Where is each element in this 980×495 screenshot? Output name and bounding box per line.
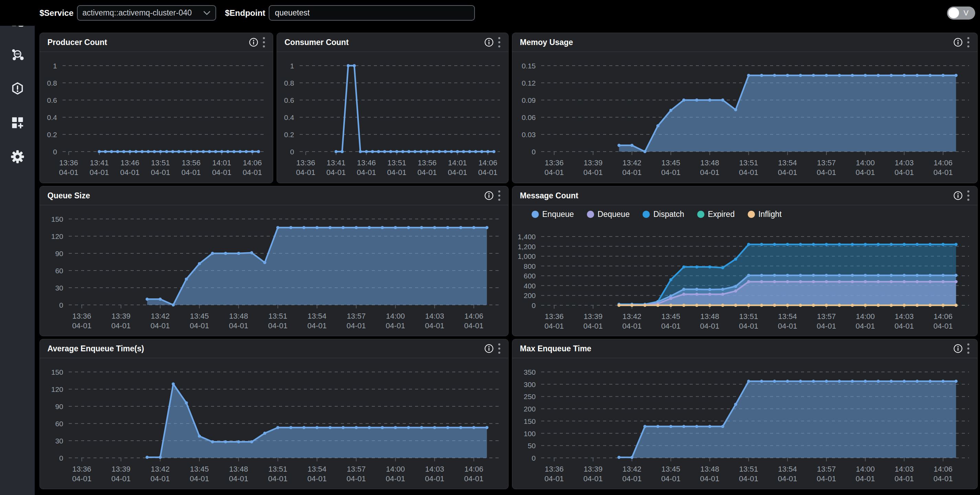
kebab-menu-icon bbox=[967, 190, 970, 201]
svg-text:13:57: 13:57 bbox=[347, 312, 366, 320]
svg-text:13:36: 13:36 bbox=[545, 159, 563, 167]
svg-text:13:42: 13:42 bbox=[151, 465, 170, 473]
svg-text:0: 0 bbox=[531, 301, 536, 309]
svg-text:13:57: 13:57 bbox=[817, 312, 836, 321]
svg-text:200: 200 bbox=[524, 405, 536, 413]
panel-header: Max Enqueue Time bbox=[512, 339, 977, 358]
alert-icon bbox=[10, 81, 25, 96]
info-button[interactable] bbox=[951, 36, 965, 48]
chart-canvas: 00.030.060.090.120.1513:3604-0113:3904-0… bbox=[512, 52, 977, 183]
svg-text:04-01: 04-01 bbox=[464, 474, 484, 483]
svg-text:14:06: 14:06 bbox=[934, 312, 953, 321]
panel-menu-button[interactable] bbox=[496, 35, 503, 49]
panel-title: Queue Size bbox=[48, 191, 482, 201]
panel-average-enqueue-time: Average Enqueue Time(s) 030609012015013:… bbox=[40, 339, 509, 489]
svg-text:13:48: 13:48 bbox=[700, 159, 719, 167]
info-button[interactable] bbox=[951, 342, 965, 355]
sidebar bbox=[0, 3, 35, 495]
panel-title: Consumer Count bbox=[285, 38, 482, 47]
svg-text:04-01: 04-01 bbox=[151, 474, 170, 483]
svg-text:0.4: 0.4 bbox=[47, 113, 57, 121]
info-icon bbox=[953, 191, 963, 201]
svg-text:04-01: 04-01 bbox=[425, 322, 444, 330]
panel-menu-button[interactable] bbox=[496, 188, 503, 203]
svg-text:04-01: 04-01 bbox=[584, 322, 603, 330]
svg-text:04-01: 04-01 bbox=[243, 168, 262, 177]
svg-text:90: 90 bbox=[55, 403, 63, 411]
svg-text:14:03: 14:03 bbox=[895, 312, 914, 321]
svg-text:04-01: 04-01 bbox=[425, 474, 444, 483]
legend-item-dequeue[interactable]: Dequeue bbox=[587, 210, 630, 219]
svg-text:150: 150 bbox=[524, 417, 536, 425]
svg-text:0.6: 0.6 bbox=[284, 96, 294, 104]
svg-text:1,200: 1,200 bbox=[517, 243, 536, 251]
svg-text:13:51: 13:51 bbox=[739, 465, 758, 473]
svg-text:13:45: 13:45 bbox=[662, 312, 680, 321]
panel-menu-button[interactable] bbox=[965, 35, 972, 49]
svg-text:13:42: 13:42 bbox=[623, 159, 641, 167]
svg-text:04-01: 04-01 bbox=[817, 322, 836, 330]
topology-icon bbox=[10, 48, 25, 62]
sidebar-item-topology[interactable] bbox=[10, 47, 25, 62]
sidebar-item-add-panel[interactable] bbox=[10, 115, 25, 130]
svg-text:04-01: 04-01 bbox=[700, 322, 719, 330]
endpoint-variable-label: $Endpoint bbox=[225, 8, 265, 18]
svg-text:13:39: 13:39 bbox=[112, 465, 130, 473]
svg-text:13:42: 13:42 bbox=[623, 465, 641, 473]
svg-text:60: 60 bbox=[55, 267, 63, 275]
info-icon bbox=[249, 37, 258, 47]
svg-text:0: 0 bbox=[290, 148, 294, 156]
legend-item-enqueue[interactable]: Enqueue bbox=[531, 210, 574, 219]
info-button[interactable] bbox=[482, 36, 496, 48]
svg-text:04-01: 04-01 bbox=[326, 168, 346, 177]
info-button[interactable] bbox=[951, 189, 965, 202]
dashboard-grid: Producer Count 00.20.40.60.8113:3604-011… bbox=[35, 26, 980, 489]
svg-text:14:01: 14:01 bbox=[212, 159, 231, 167]
svg-text:13:51: 13:51 bbox=[268, 312, 287, 320]
legend-dot-icon bbox=[697, 211, 705, 218]
panel-max-enqueue-time: Max Enqueue Time 05010015020025030035013… bbox=[512, 339, 978, 489]
svg-text:0.2: 0.2 bbox=[47, 131, 57, 138]
svg-text:14:00: 14:00 bbox=[386, 465, 405, 473]
panel-menu-button[interactable] bbox=[261, 35, 267, 49]
svg-text:04-01: 04-01 bbox=[347, 474, 366, 483]
panel-menu-button[interactable] bbox=[965, 188, 972, 203]
chart-canvas: 02004006008001,0001,2001,40013:3604-0113… bbox=[512, 223, 977, 336]
svg-text:14:00: 14:00 bbox=[386, 312, 405, 320]
info-button[interactable] bbox=[482, 342, 496, 355]
chart-canvas: 05010015020025030035013:3604-0113:3904-0… bbox=[512, 358, 977, 489]
kebab-menu-icon bbox=[262, 37, 265, 48]
svg-text:14:03: 14:03 bbox=[895, 465, 914, 473]
endpoint-input[interactable] bbox=[269, 5, 475, 21]
legend-item-expired[interactable]: Expired bbox=[697, 210, 735, 219]
panel-menu-button[interactable] bbox=[965, 341, 972, 356]
legend-label: Expired bbox=[708, 210, 735, 219]
svg-text:14:00: 14:00 bbox=[856, 159, 875, 167]
legend-item-dispatch[interactable]: Dispatch bbox=[643, 210, 684, 219]
info-icon bbox=[484, 344, 494, 353]
legend-dot-icon bbox=[587, 211, 594, 218]
info-button[interactable] bbox=[482, 189, 496, 202]
svg-text:04-01: 04-01 bbox=[545, 474, 564, 483]
service-dropdown[interactable]: activemq::activemq-cluster-040 bbox=[77, 5, 216, 21]
consumer-count-chart: 00.20.40.60.8113:3604-0113:4104-0113:460… bbox=[277, 52, 508, 183]
svg-text:04-01: 04-01 bbox=[111, 474, 130, 483]
panel-menu-button[interactable] bbox=[496, 341, 503, 356]
svg-text:13:56: 13:56 bbox=[417, 159, 436, 167]
legend-item-inflight[interactable]: Inflight bbox=[748, 210, 782, 219]
sidebar-item-settings[interactable] bbox=[10, 149, 25, 164]
legend-label: Inflight bbox=[758, 210, 782, 219]
kebab-menu-icon bbox=[967, 343, 970, 354]
info-icon bbox=[953, 344, 963, 353]
svg-text:800: 800 bbox=[524, 262, 536, 270]
svg-text:04-01: 04-01 bbox=[739, 322, 758, 330]
svg-text:13:39: 13:39 bbox=[584, 312, 602, 321]
info-button[interactable] bbox=[247, 36, 261, 48]
sidebar-item-alerts[interactable] bbox=[10, 81, 25, 96]
svg-text:0.4: 0.4 bbox=[284, 113, 294, 121]
panel-header: Message Count bbox=[512, 186, 977, 205]
view-toggle[interactable]: V bbox=[947, 6, 975, 19]
svg-text:250: 250 bbox=[524, 393, 536, 401]
svg-text:13:36: 13:36 bbox=[59, 159, 78, 167]
svg-text:0.12: 0.12 bbox=[522, 79, 536, 87]
